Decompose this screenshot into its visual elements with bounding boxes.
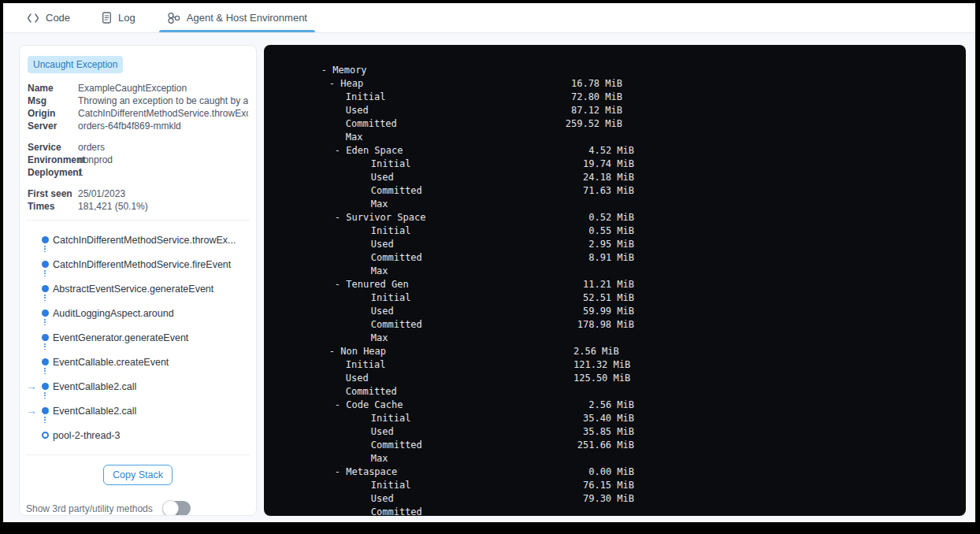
env-value: 251.66 MiB xyxy=(544,439,634,452)
env-value: 79.30 MiB xyxy=(544,492,634,506)
env-line: Committed 59.99 MiB xyxy=(272,305,966,318)
stats-value: 25/01/2023 xyxy=(78,187,248,200)
env-value: 0.00 MiB xyxy=(544,465,634,479)
stats-row: Times 181,421 (50.1%) xyxy=(28,200,248,213)
frame-label: EventCallable.createEvent xyxy=(53,357,169,368)
tab-label: Log xyxy=(118,12,135,24)
env-value: 178.98 MiB xyxy=(544,318,634,332)
frame-label: EventCallable2.call xyxy=(53,406,136,417)
stack-frame[interactable]: → AuditLoggingAspect.around xyxy=(20,301,256,325)
env-line: - Survivor Space xyxy=(272,198,966,211)
frame-dot-icon xyxy=(42,261,49,268)
meta-value: orders xyxy=(78,141,248,154)
env-line: Used 35.40 MiB xyxy=(272,412,966,425)
exception-type-badge: Uncaught Exception xyxy=(28,56,123,73)
stack-frame[interactable]: → pool-2-thread-3 xyxy=(20,423,256,447)
field-value: CatchInDifferentMethodService.throwExcep xyxy=(78,107,248,120)
env-line: Used 72.80 MiB xyxy=(272,91,966,104)
tab-log[interactable]: Log xyxy=(98,3,139,32)
env-line: - Tenured Gen xyxy=(272,265,966,278)
stack-frame[interactable]: → EventCallable.createEvent xyxy=(20,350,256,374)
exception-field-row: Server orders-64fb4f869-mmkld xyxy=(28,120,248,132)
env-line: Initial 0.00 MiB xyxy=(272,465,966,479)
env-value: 2.56 MiB xyxy=(574,345,619,358)
stack-frame[interactable]: → EventCallable2.call xyxy=(20,399,256,423)
tab-bar: Code Log Agent & Host Environment xyxy=(3,3,975,33)
divider xyxy=(26,220,250,221)
frame-dot-icon xyxy=(42,236,49,243)
env-line: Used 19.74 MiB xyxy=(272,158,966,171)
env-line: Max 178.98 MiB xyxy=(272,318,966,332)
toggle-label: Show 3rd party/utility methods xyxy=(26,503,153,514)
frame-label: EventGenerator.generateEvent xyxy=(53,332,188,343)
stack-frame[interactable]: → AbstractEventService.generateEvent xyxy=(20,276,256,301)
third-party-toggle-row: Show 3rd party/utility methods xyxy=(26,501,256,516)
env-value: 125.50 MiB xyxy=(574,372,630,385)
field-value: ExampleCaughtException xyxy=(78,82,248,95)
env-line: Committed 87.12 MiB xyxy=(272,104,966,117)
field-label: Server xyxy=(28,120,78,132)
frame-dot-icon xyxy=(42,383,49,390)
agent-icon xyxy=(167,12,180,24)
env-line: Used 0.55 MiB xyxy=(272,224,966,238)
field-label: Origin xyxy=(28,107,78,120)
exception-field-row: Origin CatchInDifferentMethodService.thr… xyxy=(28,107,248,120)
tab-agent-host-environment[interactable]: Agent & Host Environment xyxy=(164,3,310,32)
frame-label: AbstractEventService.generateEvent xyxy=(53,284,213,295)
tab-code[interactable]: Code xyxy=(24,3,73,32)
frame-arrow-icon: → xyxy=(26,404,37,417)
env-line: Initial 4.52 MiB xyxy=(272,144,966,158)
stats-row: First seen 25/01/2023 xyxy=(28,187,248,200)
env-value: 76.15 MiB xyxy=(544,479,634,492)
env-line: Max 8.91 MiB xyxy=(272,251,966,265)
env-line: Initial 11.21 MiB xyxy=(272,278,966,291)
env-line: - Eden Space xyxy=(272,131,966,144)
env-line: Initial 0.52 MiB xyxy=(272,211,966,224)
env-value: 4.52 MiB xyxy=(544,144,634,158)
frame-dot-icon xyxy=(42,407,49,414)
env-value: 0.55 MiB xyxy=(544,224,634,238)
env-value: 87.12 MiB xyxy=(532,104,622,117)
meta-row: Deployment 1 xyxy=(28,166,248,179)
env-line: Committed 79.30 MiB xyxy=(272,492,966,506)
env-value: 11.21 MiB xyxy=(544,278,634,291)
env-line: Initial 16.78 MiB xyxy=(272,77,966,91)
meta-row: Service orders xyxy=(28,141,248,154)
code-icon xyxy=(27,13,39,23)
env-line: Committed 35.85 MiB xyxy=(272,425,966,439)
stack-frame[interactable]: → EventCallable2.call xyxy=(20,374,256,399)
env-value: 2.56 MiB xyxy=(544,399,634,412)
env-value: 8.91 MiB xyxy=(544,251,634,265)
env-line: Max 71.63 MiB xyxy=(272,184,966,198)
field-label: Msg xyxy=(28,95,78,107)
meta-row: Environment nonprod xyxy=(28,154,248,166)
env-line: Max 251.66 MiB xyxy=(272,439,966,452)
tab-label: Code xyxy=(46,12,70,24)
tab-label: Agent & Host Environment xyxy=(187,12,307,24)
exception-field-row: Name ExampleCaughtException xyxy=(28,82,248,95)
occurrence-stats: First seen 25/01/2023 Times 181,421 (50.… xyxy=(28,187,248,213)
frame-label: AuditLoggingAspect.around xyxy=(53,308,174,319)
env-line: Max 259.52 MiB xyxy=(272,117,966,131)
stack-frame[interactable]: → EventGenerator.generateEvent xyxy=(20,325,256,350)
frame-dot-icon xyxy=(42,285,49,292)
show-3rd-party-toggle[interactable] xyxy=(162,501,191,516)
stack-frame[interactable]: → CatchInDifferentMethodService.fireEven… xyxy=(20,252,256,276)
service-meta: Service orders Environment nonprod Deplo… xyxy=(28,141,248,179)
env-line: Committed 125.50 MiB xyxy=(272,372,966,385)
copy-stack-button[interactable]: Copy Stack xyxy=(103,465,173,485)
env-value: 259.52 MiB xyxy=(532,117,622,131)
frame-dot-icon xyxy=(42,334,49,341)
stack-frame[interactable]: → CatchInDifferentMethodService.throwEx.… xyxy=(20,228,256,252)
meta-label: Deployment xyxy=(28,166,78,179)
env-line: Used 52.51 MiB xyxy=(272,291,966,305)
log-icon xyxy=(102,12,112,24)
frame-arrow-icon: → xyxy=(26,380,37,392)
exception-panel: Uncaught Exception Name ExampleCaughtExc… xyxy=(19,45,257,516)
env-line: Initial 2.56 MiB xyxy=(272,345,966,358)
field-value: Throwing an exception to be caught by a … xyxy=(78,95,248,107)
meta-label: Environment xyxy=(28,154,78,166)
meta-value: 1 xyxy=(78,166,248,179)
env-value: 16.78 MiB xyxy=(532,77,622,91)
environment-panel: - Memory - Heap Initial 16.78 MiB Used 7… xyxy=(264,45,966,516)
